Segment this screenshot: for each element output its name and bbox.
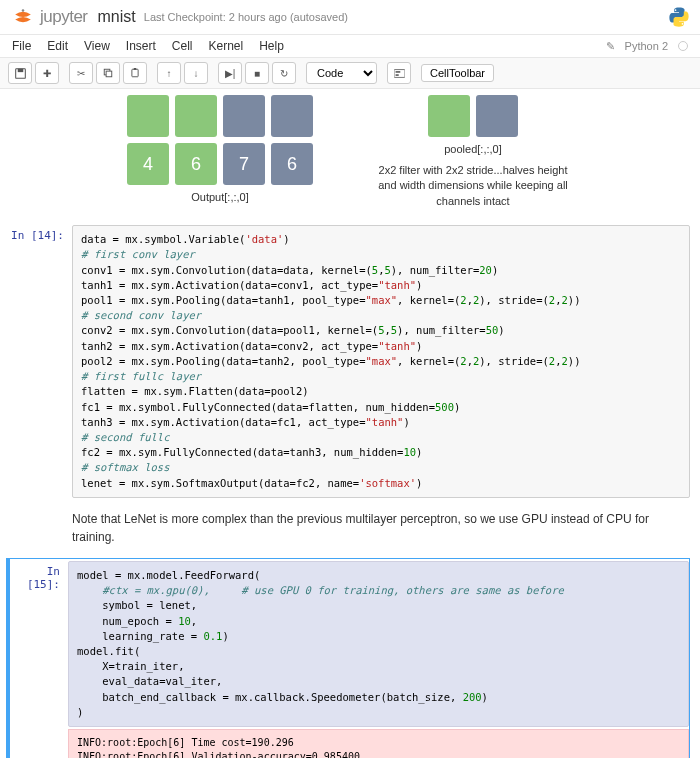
edit-icon[interactable]: ✎ <box>606 40 615 53</box>
notebook-name[interactable]: mnist <box>98 8 136 26</box>
move-up-button[interactable]: ↑ <box>157 62 181 84</box>
svg-rect-9 <box>394 69 405 77</box>
diagram-caption: 2x2 filter with 2x2 stride...halves heig… <box>373 163 573 209</box>
python-icon <box>668 6 690 28</box>
menu-edit[interactable]: Edit <box>47 39 68 53</box>
add-cell-button[interactable]: ✚ <box>35 62 59 84</box>
menu-help[interactable]: Help <box>259 39 284 53</box>
run-button[interactable]: ▶| <box>218 62 242 84</box>
restart-button[interactable]: ↻ <box>272 62 296 84</box>
celltype-select[interactable]: Code <box>306 62 377 84</box>
move-down-button[interactable]: ↓ <box>184 62 208 84</box>
jupyter-text: jupyter <box>40 7 88 27</box>
output-label: Output[:,:,0] <box>191 191 248 203</box>
svg-rect-10 <box>395 71 400 73</box>
svg-point-0 <box>22 9 25 12</box>
checkpoint-text: Last Checkpoint: 2 hours ago (autosaved) <box>144 11 348 23</box>
prompt: In [14]: <box>10 225 72 498</box>
paste-button[interactable] <box>123 62 147 84</box>
tile <box>476 95 518 137</box>
svg-rect-4 <box>17 68 23 71</box>
svg-rect-8 <box>134 68 137 70</box>
svg-rect-7 <box>132 69 138 77</box>
code-editor[interactable]: data = mx.symbol.Variable('data') # firs… <box>81 232 681 491</box>
tile: 6 <box>271 143 313 185</box>
stream-text: INFO:root:Epoch[6] Time cost=190.296 INF… <box>77 736 680 758</box>
command-palette-button[interactable] <box>387 62 411 84</box>
code-cell-14[interactable]: In [14]: data = mx.symbol.Variable('data… <box>10 225 690 498</box>
jupyter-logo[interactable]: jupyter <box>10 4 88 30</box>
kernel-indicator[interactable] <box>678 41 688 51</box>
kernel-name[interactable]: Python 2 <box>625 40 668 52</box>
code-editor[interactable]: model = mx.model.FeedForward( #ctx = mx.… <box>77 568 680 720</box>
notebook-header: jupyter mnist Last Checkpoint: 2 hours a… <box>0 0 700 35</box>
tile <box>271 95 313 137</box>
menu-cell[interactable]: Cell <box>172 39 193 53</box>
svg-rect-6 <box>106 71 112 77</box>
menu-view[interactable]: View <box>84 39 110 53</box>
input-area[interactable]: data = mx.symbol.Variable('data') # firs… <box>72 225 690 498</box>
svg-point-1 <box>675 9 677 11</box>
jupyter-icon <box>10 4 36 30</box>
output-stream: INFO:root:Epoch[6] Time cost=190.296 INF… <box>68 729 689 758</box>
prompt: In [15]: <box>10 561 68 758</box>
celltoolbar-button[interactable]: CellToolbar <box>421 64 494 82</box>
toolbar: ✚ ✂ ↑ ↓ ▶| ■ ↻ Code CellToolbar <box>0 58 700 89</box>
menubar: File Edit View Insert Cell Kernel Help ✎… <box>0 35 700 58</box>
interrupt-button[interactable]: ■ <box>245 62 269 84</box>
save-button[interactable] <box>8 62 32 84</box>
markdown-cell[interactable]: Note that LeNet is more complex than the… <box>10 510 690 546</box>
cut-button[interactable]: ✂ <box>69 62 93 84</box>
tile <box>175 95 217 137</box>
svg-rect-11 <box>395 74 398 76</box>
tile: 7 <box>223 143 265 185</box>
tile <box>428 95 470 137</box>
menu-kernel[interactable]: Kernel <box>209 39 244 53</box>
tile: 6 <box>175 143 217 185</box>
menu-insert[interactable]: Insert <box>126 39 156 53</box>
tile <box>127 95 169 137</box>
diagram: 4 6 7 6 Output[:,:,0] pooled[:,:,0] 2x2 … <box>10 95 690 209</box>
tile <box>223 95 265 137</box>
pooled-label: pooled[:,:,0] <box>444 143 502 155</box>
input-area[interactable]: model = mx.model.FeedForward( #ctx = mx.… <box>68 561 689 727</box>
svg-point-2 <box>682 23 684 25</box>
tile: 4 <box>127 143 169 185</box>
code-cell-15[interactable]: In [15]: model = mx.model.FeedForward( #… <box>6 558 690 758</box>
menu-file[interactable]: File <box>12 39 31 53</box>
copy-button[interactable] <box>96 62 120 84</box>
